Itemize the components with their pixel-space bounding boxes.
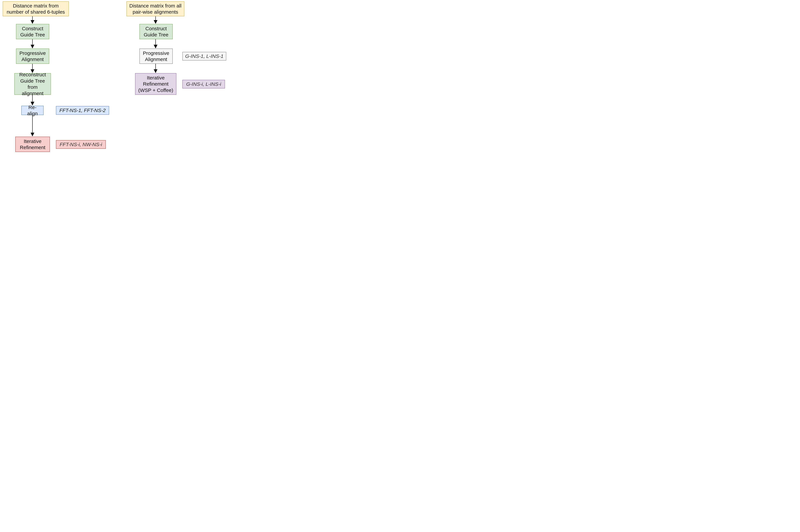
right-node-distance-matrix: Distance matrix from all pair-wise align… xyxy=(126,1,184,16)
left-label-fftnsi-text: FFT-NS-i, NW-NS-i xyxy=(60,141,102,147)
left-node-progressive-alignment: Progressive Alignment xyxy=(16,49,49,64)
right-label-gins1-text: G-INS-1, L-INS-1 xyxy=(185,53,223,59)
left-node-distance-matrix-text: Distance matrix from number of shared 6-… xyxy=(5,3,67,15)
right-node-progressive-alignment: Progressive Alignment xyxy=(140,49,173,64)
left-node-iterative-refinement: Iterative Refinement xyxy=(15,137,50,152)
right-node-progressive-alignment-text: Progressive Alignment xyxy=(142,50,171,62)
left-node-reconstruct-guide-tree-text: Reconstruct Guide Tree from alignment xyxy=(16,72,49,96)
left-label-fftns12: FFT-NS-1, FFT-NS-2 xyxy=(56,106,109,115)
right-node-iterative-refinement: Iterative Refinement (WSP + Coffee) xyxy=(135,73,176,95)
flowchart-canvas: Distance matrix from number of shared 6-… xyxy=(0,0,253,168)
left-node-iterative-refinement-text: Iterative Refinement xyxy=(17,138,48,151)
right-node-construct-guide-tree-text: Construct Guide Tree xyxy=(142,25,171,38)
right-label-ginsi: G-INS-i, L-INS-i xyxy=(182,80,225,89)
right-node-distance-matrix-text: Distance matrix from all pair-wise align… xyxy=(128,3,182,15)
left-node-progressive-alignment-text: Progressive Alignment xyxy=(18,50,47,62)
right-label-gins1: G-INS-1, L-INS-1 xyxy=(182,52,226,60)
left-node-realign: Re-align xyxy=(21,106,43,115)
right-label-ginsi-text: G-INS-i, L-INS-i xyxy=(186,81,221,87)
right-node-construct-guide-tree: Construct Guide Tree xyxy=(140,24,173,39)
left-node-realign-text: Re-align xyxy=(23,104,42,117)
left-node-distance-matrix: Distance matrix from number of shared 6-… xyxy=(3,1,69,16)
left-label-fftnsi: FFT-NS-i, NW-NS-i xyxy=(56,140,106,149)
left-node-reconstruct-guide-tree: Reconstruct Guide Tree from alignment xyxy=(14,73,51,95)
left-label-fftns12-text: FFT-NS-1, FFT-NS-2 xyxy=(59,108,106,113)
right-node-iterative-refinement-text: Iterative Refinement (WSP + Coffee) xyxy=(137,75,175,93)
left-node-construct-guide-tree: Construct Guide Tree xyxy=(16,24,49,39)
left-node-construct-guide-tree-text: Construct Guide Tree xyxy=(18,25,47,38)
